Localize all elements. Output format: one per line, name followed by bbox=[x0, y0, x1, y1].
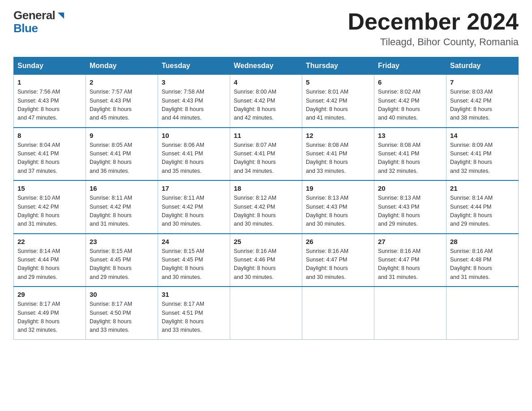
day-info: Sunrise: 8:11 AM Sunset: 4:42 PM Dayligh… bbox=[162, 194, 226, 229]
calendar-cell: 24 Sunrise: 8:15 AM Sunset: 4:45 PM Dayl… bbox=[158, 234, 230, 287]
day-info: Sunrise: 8:07 AM Sunset: 4:41 PM Dayligh… bbox=[234, 141, 298, 176]
calendar-table: SundayMondayTuesdayWednesdayThursdayFrid… bbox=[13, 57, 519, 340]
day-info: Sunrise: 7:57 AM Sunset: 4:43 PM Dayligh… bbox=[90, 88, 154, 123]
day-number: 29 bbox=[17, 291, 82, 298]
day-info: Sunrise: 8:01 AM Sunset: 4:42 PM Dayligh… bbox=[306, 88, 370, 123]
calendar-cell: 6 Sunrise: 8:02 AM Sunset: 4:42 PM Dayli… bbox=[374, 75, 446, 128]
day-number: 26 bbox=[306, 238, 370, 245]
day-info: Sunrise: 8:16 AM Sunset: 4:47 PM Dayligh… bbox=[378, 247, 442, 282]
calendar-cell bbox=[230, 287, 302, 339]
day-number: 25 bbox=[234, 238, 298, 245]
day-info: Sunrise: 7:56 AM Sunset: 4:43 PM Dayligh… bbox=[17, 88, 82, 123]
day-info: Sunrise: 8:11 AM Sunset: 4:42 PM Dayligh… bbox=[90, 194, 154, 229]
day-number: 16 bbox=[90, 184, 154, 192]
day-number: 6 bbox=[378, 78, 442, 86]
calendar-cell: 25 Sunrise: 8:16 AM Sunset: 4:46 PM Dayl… bbox=[230, 234, 302, 287]
weekday-header-tuesday: Tuesday bbox=[158, 57, 230, 75]
day-info: Sunrise: 8:03 AM Sunset: 4:42 PM Dayligh… bbox=[450, 88, 515, 123]
day-info: Sunrise: 8:15 AM Sunset: 4:45 PM Dayligh… bbox=[162, 247, 226, 282]
weekday-header-monday: Monday bbox=[86, 57, 158, 75]
calendar-cell: 1 Sunrise: 7:56 AM Sunset: 4:43 PM Dayli… bbox=[14, 75, 86, 128]
weekday-header-wednesday: Wednesday bbox=[230, 57, 302, 75]
day-info: Sunrise: 8:15 AM Sunset: 4:45 PM Dayligh… bbox=[90, 247, 154, 282]
calendar-cell: 30 Sunrise: 8:17 AM Sunset: 4:50 PM Dayl… bbox=[86, 287, 158, 339]
logo-blue-text: Blue bbox=[13, 22, 66, 35]
title-block: December 2024 Tileagd, Bihor County, Rom… bbox=[348, 9, 519, 48]
calendar-cell bbox=[302, 287, 374, 339]
day-info: Sunrise: 8:05 AM Sunset: 4:41 PM Dayligh… bbox=[90, 141, 154, 176]
calendar-cell: 28 Sunrise: 8:16 AM Sunset: 4:48 PM Dayl… bbox=[446, 234, 519, 287]
calendar-cell: 22 Sunrise: 8:14 AM Sunset: 4:44 PM Dayl… bbox=[14, 234, 86, 287]
calendar-cell: 15 Sunrise: 8:10 AM Sunset: 4:42 PM Dayl… bbox=[14, 180, 86, 234]
calendar-cell bbox=[374, 287, 446, 339]
page-header: General Blue December 2024 Tileagd, Biho… bbox=[13, 9, 519, 48]
calendar-cell: 13 Sunrise: 8:08 AM Sunset: 4:41 PM Dayl… bbox=[374, 128, 446, 181]
calendar-cell: 11 Sunrise: 8:07 AM Sunset: 4:41 PM Dayl… bbox=[230, 128, 302, 181]
day-info: Sunrise: 8:02 AM Sunset: 4:42 PM Dayligh… bbox=[378, 88, 442, 123]
calendar-cell: 8 Sunrise: 8:04 AM Sunset: 4:41 PM Dayli… bbox=[14, 128, 86, 181]
day-number: 14 bbox=[450, 132, 515, 139]
day-info: Sunrise: 7:58 AM Sunset: 4:43 PM Dayligh… bbox=[162, 88, 226, 123]
calendar-cell: 16 Sunrise: 8:11 AM Sunset: 4:42 PM Dayl… bbox=[86, 180, 158, 234]
svg-marker-0 bbox=[58, 13, 64, 19]
day-info: Sunrise: 8:14 AM Sunset: 4:44 PM Dayligh… bbox=[17, 247, 82, 282]
calendar-cell: 7 Sunrise: 8:03 AM Sunset: 4:42 PM Dayli… bbox=[446, 75, 519, 128]
calendar-cell: 12 Sunrise: 8:08 AM Sunset: 4:41 PM Dayl… bbox=[302, 128, 374, 181]
calendar-week-row: 15 Sunrise: 8:10 AM Sunset: 4:42 PM Dayl… bbox=[14, 180, 519, 234]
day-number: 23 bbox=[90, 238, 154, 245]
day-info: Sunrise: 8:08 AM Sunset: 4:41 PM Dayligh… bbox=[306, 141, 370, 176]
calendar-week-row: 1 Sunrise: 7:56 AM Sunset: 4:43 PM Dayli… bbox=[14, 75, 519, 128]
calendar-cell: 21 Sunrise: 8:14 AM Sunset: 4:44 PM Dayl… bbox=[446, 180, 519, 234]
calendar-cell: 4 Sunrise: 8:00 AM Sunset: 4:42 PM Dayli… bbox=[230, 75, 302, 128]
calendar-cell bbox=[446, 287, 519, 339]
calendar-cell: 9 Sunrise: 8:05 AM Sunset: 4:41 PM Dayli… bbox=[86, 128, 158, 181]
day-info: Sunrise: 8:17 AM Sunset: 4:50 PM Dayligh… bbox=[90, 300, 154, 335]
location-title: Tileagd, Bihor County, Romania bbox=[348, 36, 519, 48]
day-info: Sunrise: 8:13 AM Sunset: 4:43 PM Dayligh… bbox=[306, 194, 370, 229]
calendar-week-row: 8 Sunrise: 8:04 AM Sunset: 4:41 PM Dayli… bbox=[14, 128, 519, 181]
day-number: 18 bbox=[234, 184, 298, 192]
day-info: Sunrise: 8:06 AM Sunset: 4:41 PM Dayligh… bbox=[162, 141, 226, 176]
calendar-cell: 19 Sunrise: 8:13 AM Sunset: 4:43 PM Dayl… bbox=[302, 180, 374, 234]
calendar-cell: 5 Sunrise: 8:01 AM Sunset: 4:42 PM Dayli… bbox=[302, 75, 374, 128]
day-number: 17 bbox=[162, 184, 226, 192]
day-number: 27 bbox=[378, 238, 442, 245]
logo-general-text: General bbox=[13, 9, 55, 22]
day-number: 22 bbox=[17, 238, 82, 245]
calendar-cell: 31 Sunrise: 8:17 AM Sunset: 4:51 PM Dayl… bbox=[158, 287, 230, 339]
weekday-header-thursday: Thursday bbox=[302, 57, 374, 75]
calendar-cell: 27 Sunrise: 8:16 AM Sunset: 4:47 PM Dayl… bbox=[374, 234, 446, 287]
day-number: 1 bbox=[17, 78, 82, 86]
day-info: Sunrise: 8:13 AM Sunset: 4:43 PM Dayligh… bbox=[378, 194, 442, 229]
day-info: Sunrise: 8:16 AM Sunset: 4:48 PM Dayligh… bbox=[450, 247, 515, 282]
day-info: Sunrise: 8:17 AM Sunset: 4:49 PM Dayligh… bbox=[17, 300, 82, 335]
weekday-header-saturday: Saturday bbox=[446, 57, 519, 75]
calendar-cell: 23 Sunrise: 8:15 AM Sunset: 4:45 PM Dayl… bbox=[86, 234, 158, 287]
day-number: 30 bbox=[90, 291, 154, 298]
day-number: 8 bbox=[17, 132, 82, 139]
day-number: 28 bbox=[450, 238, 515, 245]
day-info: Sunrise: 8:17 AM Sunset: 4:51 PM Dayligh… bbox=[162, 300, 226, 335]
day-info: Sunrise: 8:16 AM Sunset: 4:46 PM Dayligh… bbox=[234, 247, 298, 282]
day-info: Sunrise: 8:00 AM Sunset: 4:42 PM Dayligh… bbox=[234, 88, 298, 123]
month-title: December 2024 bbox=[348, 9, 519, 34]
day-number: 24 bbox=[162, 238, 226, 245]
calendar-cell: 17 Sunrise: 8:11 AM Sunset: 4:42 PM Dayl… bbox=[158, 180, 230, 234]
day-number: 4 bbox=[234, 78, 298, 86]
day-number: 31 bbox=[162, 291, 226, 298]
day-number: 19 bbox=[306, 184, 370, 192]
calendar-cell: 26 Sunrise: 8:16 AM Sunset: 4:47 PM Dayl… bbox=[302, 234, 374, 287]
weekday-header-friday: Friday bbox=[374, 57, 446, 75]
day-info: Sunrise: 8:09 AM Sunset: 4:41 PM Dayligh… bbox=[450, 141, 515, 176]
day-info: Sunrise: 8:10 AM Sunset: 4:42 PM Dayligh… bbox=[17, 194, 82, 229]
day-number: 7 bbox=[450, 78, 515, 86]
day-info: Sunrise: 8:04 AM Sunset: 4:41 PM Dayligh… bbox=[17, 141, 82, 176]
logo-triangle-icon bbox=[56, 11, 66, 21]
day-info: Sunrise: 8:16 AM Sunset: 4:47 PM Dayligh… bbox=[306, 247, 370, 282]
day-number: 2 bbox=[90, 78, 154, 86]
day-number: 5 bbox=[306, 78, 370, 86]
calendar-cell: 14 Sunrise: 8:09 AM Sunset: 4:41 PM Dayl… bbox=[446, 128, 519, 181]
calendar-week-row: 29 Sunrise: 8:17 AM Sunset: 4:49 PM Dayl… bbox=[14, 287, 519, 339]
day-number: 12 bbox=[306, 132, 370, 139]
weekday-header-sunday: Sunday bbox=[14, 57, 86, 75]
